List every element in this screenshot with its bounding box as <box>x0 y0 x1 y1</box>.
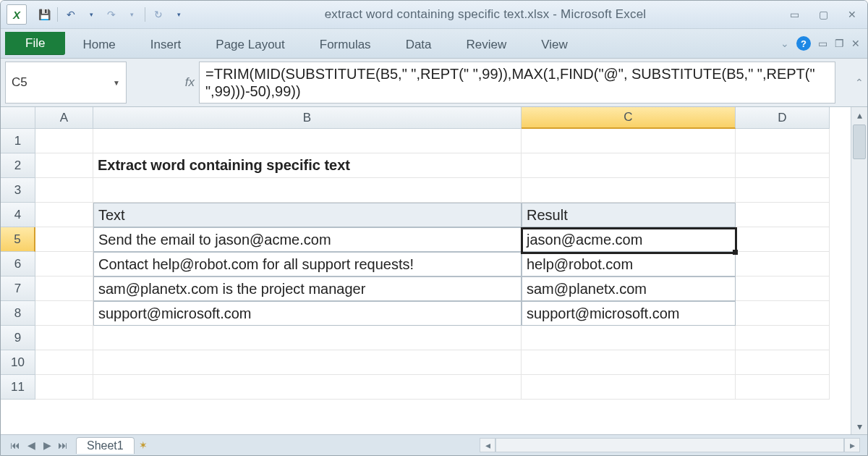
scroll-down-icon[interactable]: ▾ <box>851 418 867 434</box>
repeat-icon[interactable]: ↻ <box>151 7 166 22</box>
tab-page-layout[interactable]: Page Layout <box>198 32 302 58</box>
undo-icon[interactable]: ↶ <box>64 7 78 22</box>
cell-B9[interactable] <box>93 326 522 350</box>
row-header-5[interactable]: 5 <box>1 227 35 252</box>
cell-C10[interactable] <box>522 350 736 375</box>
cell-B6[interactable]: Contact help@robot.com for all support r… <box>93 252 522 276</box>
cell-C3[interactable] <box>522 178 736 203</box>
row-header-4[interactable]: 4 <box>1 203 35 227</box>
cell-C7[interactable]: sam@planetx.com <box>522 276 736 301</box>
formula-bar-expand-icon[interactable]: ⌃ <box>851 59 867 106</box>
cell-C2[interactable] <box>522 153 736 178</box>
tab-review[interactable]: Review <box>449 32 524 58</box>
fill-handle[interactable] <box>733 250 738 255</box>
tab-data[interactable]: Data <box>388 32 449 58</box>
cell-B11[interactable] <box>93 375 522 400</box>
select-all-corner[interactable] <box>1 107 35 129</box>
cell-C9[interactable] <box>522 326 736 350</box>
qat-customize-icon[interactable]: ▾ <box>171 7 186 22</box>
save-icon[interactable]: 💾 <box>37 7 51 22</box>
cell-B2[interactable]: Extract word containing specific text <box>93 153 522 178</box>
tab-insert[interactable]: Insert <box>133 32 199 58</box>
cell-A7[interactable] <box>35 276 93 301</box>
worksheet[interactable]: A B C D 1 2 Extract word containing spec… <box>1 107 867 434</box>
cell-A2[interactable] <box>35 153 93 178</box>
col-header-B[interactable]: B <box>93 107 522 129</box>
row-header-10[interactable]: 10 <box>1 350 35 375</box>
cell-D9[interactable] <box>736 326 830 350</box>
horizontal-scrollbar[interactable]: ◂ ▸ <box>480 438 860 452</box>
excel-logo[interactable]: X <box>7 4 27 25</box>
row-header-11[interactable]: 11 <box>1 375 35 400</box>
tab-home[interactable]: Home <box>65 32 132 58</box>
doc-restore-icon[interactable]: ❐ <box>835 38 844 49</box>
cell-B8[interactable]: support@microsoft.com <box>93 301 522 326</box>
doc-minimize-icon[interactable]: ▭ <box>818 38 827 49</box>
row-header-9[interactable]: 9 <box>1 326 35 350</box>
cell-C6[interactable]: help@robot.com <box>522 252 736 276</box>
sheet-nav-first-icon[interactable]: ⏮ <box>8 438 22 452</box>
row-header-2[interactable]: 2 <box>1 153 35 178</box>
cell-A6[interactable] <box>35 252 93 276</box>
cell-C8[interactable]: support@microsoft.com <box>522 301 736 326</box>
cell-A8[interactable] <box>35 301 93 326</box>
cell-B7[interactable]: sam@planetx.com is the project manager <box>93 276 522 301</box>
cell-A5[interactable] <box>35 227 93 252</box>
cell-D1[interactable] <box>736 129 830 153</box>
redo-dropdown-icon[interactable]: ▾ <box>124 7 139 22</box>
row-header-8[interactable]: 8 <box>1 301 35 326</box>
cell-A1[interactable] <box>35 129 93 153</box>
cell-B5[interactable]: Send the email to jason@acme.com <box>93 227 522 252</box>
undo-dropdown-icon[interactable]: ▾ <box>84 7 98 22</box>
sheet-nav-last-icon[interactable]: ⏭ <box>56 438 70 452</box>
ribbon-minimize-icon[interactable]: ⌄ <box>780 38 789 49</box>
cell-A4[interactable] <box>35 203 93 227</box>
doc-close-icon[interactable]: ✕ <box>851 38 860 49</box>
cell-A9[interactable] <box>35 326 93 350</box>
cell-A10[interactable] <box>35 350 93 375</box>
cell-D11[interactable] <box>736 375 830 400</box>
row-header-1[interactable]: 1 <box>1 129 35 153</box>
cell-C4[interactable]: Result <box>522 203 736 227</box>
cell-C1[interactable] <box>522 129 736 153</box>
name-box-dropdown-icon[interactable]: ▼ <box>113 79 120 87</box>
fx-icon[interactable]: fx <box>185 75 199 90</box>
cell-C5[interactable]: jason@acme.com <box>522 227 736 252</box>
close-icon[interactable]: ✕ <box>843 7 861 22</box>
vertical-scrollbar[interactable]: ▴ ▾ <box>851 107 867 434</box>
scroll-up-icon[interactable]: ▴ <box>851 107 867 123</box>
scroll-right-icon[interactable]: ▸ <box>844 438 860 452</box>
cell-D10[interactable] <box>736 350 830 375</box>
formula-input[interactable]: =TRIM(MID(SUBSTITUTE(B5," ",REPT(" ",99)… <box>199 62 835 104</box>
cell-B3[interactable] <box>93 178 522 203</box>
cell-A3[interactable] <box>35 178 93 203</box>
cell-D4[interactable] <box>736 203 830 227</box>
cell-A11[interactable] <box>35 375 93 400</box>
vertical-scroll-thumb[interactable] <box>853 124 866 159</box>
minimize-icon[interactable]: ▭ <box>785 7 804 22</box>
file-tab[interactable]: File <box>5 32 65 55</box>
row-header-3[interactable]: 3 <box>1 178 35 203</box>
cell-C11[interactable] <box>522 375 736 400</box>
redo-icon[interactable]: ↷ <box>104 7 119 22</box>
cell-B10[interactable] <box>93 350 522 375</box>
maximize-icon[interactable]: ▢ <box>814 7 833 22</box>
sheet-nav-prev-icon[interactable]: ◀ <box>24 438 38 452</box>
help-icon[interactable]: ? <box>796 36 811 51</box>
tab-formulas[interactable]: Formulas <box>302 32 388 58</box>
name-box[interactable]: C5 ▼ <box>5 62 127 104</box>
row-header-6[interactable]: 6 <box>1 252 35 276</box>
horizontal-scroll-track[interactable] <box>495 438 844 452</box>
col-header-D[interactable]: D <box>736 107 830 129</box>
cell-D5[interactable] <box>736 227 830 252</box>
row-header-7[interactable]: 7 <box>1 276 35 301</box>
new-sheet-icon[interactable]: ✶ <box>139 439 148 451</box>
sheet-nav-next-icon[interactable]: ▶ <box>40 438 54 452</box>
col-header-C[interactable]: C <box>522 107 736 129</box>
cell-B4[interactable]: Text <box>93 203 522 227</box>
cell-D2[interactable] <box>736 153 830 178</box>
cell-D7[interactable] <box>736 276 830 301</box>
cell-B1[interactable] <box>93 129 522 153</box>
tab-view[interactable]: View <box>524 32 585 58</box>
col-header-A[interactable]: A <box>35 107 93 129</box>
